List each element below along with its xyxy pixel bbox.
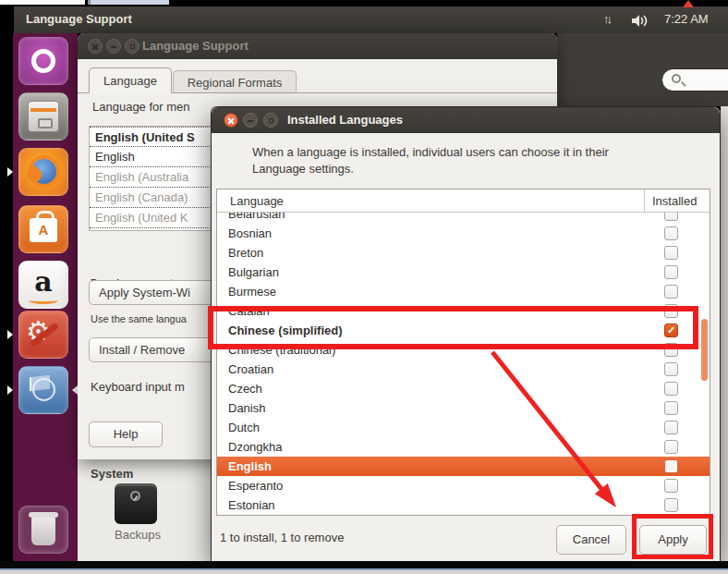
language-row[interactable]: Czech: [217, 379, 710, 398]
language-row[interactable]: English: [217, 457, 710, 476]
top-menubar: Language Support ↑↓ 7:22 AM: [0, 6, 728, 33]
trash-icon[interactable]: [18, 506, 68, 554]
system-section-heading: System: [91, 467, 133, 481]
settings-window-system-section: System Backups: [78, 459, 211, 561]
language-row-label: Breton: [217, 246, 263, 260]
installed-checkbox[interactable]: [664, 459, 678, 473]
firefox-icon[interactable]: [18, 148, 68, 196]
cancel-button[interactable]: Cancel: [556, 525, 626, 555]
backups-icon[interactable]: [115, 483, 157, 524]
language-row-label: Burmese: [217, 285, 276, 299]
language-row[interactable]: Breton: [217, 243, 710, 263]
network-arrows-icon[interactable]: ↑↓: [603, 12, 610, 26]
list-header[interactable]: Language Installed: [217, 189, 710, 213]
language-list-rows: BelarusianBosnianBretonBulgarianBurmeseC…: [217, 213, 710, 515]
safe-dial-icon: [130, 491, 140, 501]
screen-left-edge: [0, 0, 14, 574]
language-row-label: Bosnian: [217, 226, 272, 240]
dialog-titlebar[interactable]: Installed Languages: [212, 107, 720, 133]
installed-checkbox[interactable]: [664, 440, 678, 454]
language-row[interactable]: Estonian: [217, 495, 710, 515]
installed-checkbox[interactable]: [664, 498, 678, 512]
language-row-label: Belarusian: [217, 213, 285, 221]
language-row[interactable]: Bosnian: [217, 224, 710, 243]
volume-icon[interactable]: [632, 14, 650, 31]
ls-window-title: Language Support: [142, 39, 249, 53]
shopping-bag-icon: A: [30, 218, 57, 242]
language-row[interactable]: Dzongkha: [217, 437, 710, 457]
menubar-app-title: Language Support: [26, 12, 132, 26]
keyboard-input-label: Keyboard input m: [91, 380, 185, 394]
language-row[interactable]: Belarusian: [217, 213, 710, 224]
scrollbar-thumb[interactable]: [701, 319, 708, 381]
top-artifact-white: [0, 0, 85, 5]
tab-regional-formats[interactable]: Regional Formats: [173, 70, 297, 93]
installed-checkbox[interactable]: [664, 265, 678, 279]
system-settings-icon[interactable]: ⚙: [18, 311, 68, 359]
list-viewport: BelarusianBosnianBretonBulgarianBurmeseC…: [217, 213, 710, 515]
unity-launcher: A a ⚙: [13, 33, 78, 561]
maximize-icon[interactable]: [125, 39, 140, 54]
minimize-icon[interactable]: [106, 39, 121, 54]
installed-checkbox[interactable]: [664, 401, 678, 415]
language-row[interactable]: Esperanto: [217, 476, 710, 495]
language-row-label: Bulgarian: [217, 265, 279, 279]
search-input[interactable]: [661, 68, 728, 92]
close-icon[interactable]: [224, 113, 238, 128]
installed-checkbox[interactable]: [664, 213, 678, 221]
menus-windows-label: Language for men: [92, 100, 190, 114]
column-installed[interactable]: Installed: [644, 189, 710, 213]
settings-window-right-edge: [721, 106, 728, 561]
annotation-box-apply: [632, 514, 713, 559]
language-row[interactable]: Croatian: [217, 360, 710, 379]
language-row[interactable]: Danish: [217, 398, 710, 418]
ls-titlebar[interactable]: Language Support: [78, 33, 557, 59]
installed-checkbox[interactable]: [664, 285, 678, 299]
maximize-icon[interactable]: [263, 113, 278, 128]
running-indicator-firefox: [7, 167, 13, 177]
backups-label[interactable]: Backups: [99, 528, 176, 542]
language-row[interactable]: Burmese: [217, 282, 710, 301]
installed-checkbox[interactable]: [664, 421, 678, 434]
language-row-label: English: [217, 459, 272, 473]
software-letter: A: [30, 222, 57, 238]
amazon-icon[interactable]: a: [18, 261, 68, 309]
help-button[interactable]: Help: [89, 421, 163, 447]
screen: Language Support ↑↓ 7:22 AM A a ⚙ System…: [0, 0, 728, 574]
clock[interactable]: 7:22 AM: [664, 12, 709, 26]
files-icon[interactable]: [18, 92, 68, 140]
installed-checkbox[interactable]: [664, 479, 678, 493]
tab-language[interactable]: Language: [89, 67, 172, 93]
running-indicator-language: [7, 385, 13, 395]
dialog-title: Installed Languages: [287, 113, 403, 127]
settings-window-header: [557, 33, 728, 106]
installed-checkbox[interactable]: [664, 246, 678, 260]
language-row-label: Dutch: [217, 421, 260, 434]
close-icon[interactable]: [88, 39, 103, 54]
installed-checkbox[interactable]: [664, 362, 678, 376]
language-row[interactable]: Dutch: [217, 418, 710, 437]
ubuntu-dash-icon[interactable]: [18, 37, 68, 85]
description-line1: When a language is installed, individual…: [252, 145, 609, 159]
amazon-smile-icon: [29, 297, 58, 304]
language-row-label: Dzongkha: [217, 440, 283, 454]
annotation-box-chinese: [208, 306, 698, 349]
software-center-icon[interactable]: A: [18, 205, 68, 253]
top-artifact-blue: [88, 0, 169, 5]
language-row[interactable]: Bulgarian: [217, 263, 710, 282]
drawer-icon: [28, 101, 59, 132]
installed-checkbox[interactable]: [664, 226, 678, 240]
installed-checkbox[interactable]: [664, 382, 678, 396]
amazon-letter: a: [19, 265, 67, 298]
same-language-note: Use the same langua: [91, 313, 187, 324]
minimize-icon[interactable]: [243, 113, 258, 128]
install-status-text: 1 to install, 1 to remove: [220, 531, 344, 544]
trash-bin-icon: [31, 516, 55, 545]
description-line2: Language settings.: [252, 162, 354, 176]
language-row-label: Danish: [217, 401, 265, 415]
column-language[interactable]: Language: [230, 189, 284, 213]
running-indicator-settings: [7, 330, 13, 339]
language-support-icon[interactable]: [18, 366, 68, 414]
installed-languages-list: Language Installed BelarusianBosnianBret…: [216, 189, 710, 516]
circle-icon: [32, 378, 55, 401]
